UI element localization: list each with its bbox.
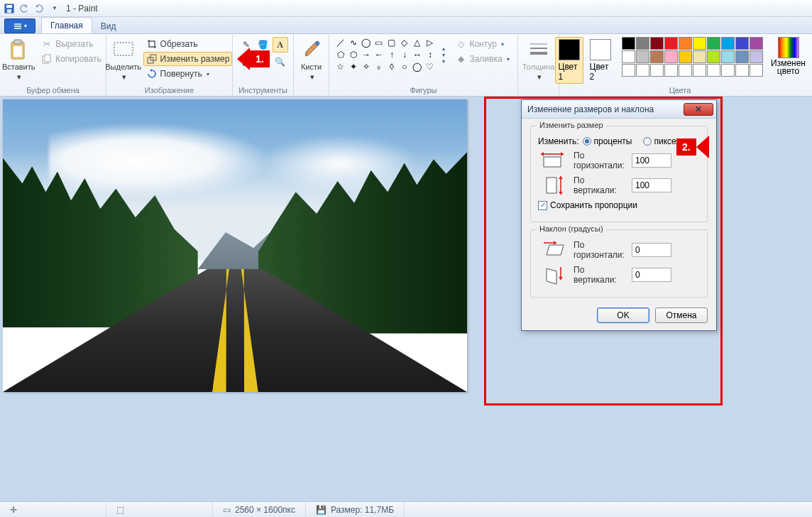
- color-palette[interactable]: [622, 37, 763, 77]
- dimensions-icon: ▭: [223, 505, 231, 515]
- shapes-expand-icon[interactable]: ▾: [442, 58, 445, 65]
- window-title: 1 - Paint: [66, 4, 98, 13]
- edit-colors-button[interactable]: Изменен цвето: [772, 37, 806, 75]
- ribbon-tabs: ▾ Главная Вид: [0, 17, 812, 34]
- text-tool[interactable]: A: [273, 37, 288, 53]
- color-swatch[interactable]: [622, 37, 635, 50]
- close-icon: ✕: [695, 104, 702, 114]
- brushes-button[interactable]: Кисти▾: [295, 37, 329, 82]
- resize-button[interactable]: Изменить размер: [143, 52, 233, 66]
- resize-horiz-input[interactable]: [632, 153, 671, 168]
- crop-button[interactable]: Обрезать: [143, 37, 233, 51]
- color2-swatch: [590, 39, 611, 60]
- ok-button[interactable]: OK: [597, 308, 649, 323]
- color-swatch[interactable]: [679, 37, 692, 50]
- color-swatch[interactable]: [650, 64, 664, 77]
- shape-outline-button[interactable]: ◇Контур▾: [452, 37, 512, 51]
- color-swatch[interactable]: [664, 50, 678, 63]
- canvas-image: [3, 99, 467, 392]
- skew-horiz-input[interactable]: [632, 243, 671, 257]
- undo-icon[interactable]: [18, 2, 31, 15]
- file-tab[interactable]: ▾: [4, 18, 35, 33]
- dialog-titlebar[interactable]: Изменение размеров и наклона ✕: [522, 100, 716, 119]
- color-swatch[interactable]: [636, 50, 649, 63]
- canvas[interactable]: [3, 99, 467, 392]
- paste-button[interactable]: Вставить▾: [1, 37, 35, 82]
- resize-icon: [146, 53, 158, 65]
- group-clipboard: Вставить▾ ✂Вырезать Копировать Буфер обм…: [0, 34, 106, 96]
- group-brushes: Кисти▾: [294, 34, 329, 96]
- color-swatch[interactable]: [735, 64, 749, 77]
- color-swatch[interactable]: [679, 64, 692, 77]
- tab-view[interactable]: Вид: [92, 18, 125, 33]
- color-swatch[interactable]: [707, 37, 720, 50]
- zoom-tool[interactable]: 🔍: [273, 54, 288, 70]
- redo-icon[interactable]: [33, 2, 45, 15]
- color-swatch[interactable]: [636, 64, 649, 77]
- color-swatch[interactable]: [735, 37, 749, 50]
- color-swatch[interactable]: [693, 50, 706, 63]
- cancel-button[interactable]: Отмена: [655, 308, 708, 323]
- color-swatch[interactable]: [636, 37, 649, 50]
- color-swatch[interactable]: [750, 50, 763, 63]
- disk-icon: 💾: [316, 505, 327, 515]
- rotate-button[interactable]: Повернуть▾: [143, 67, 233, 81]
- keep-aspect-checkbox[interactable]: Сохранить пропорции: [538, 200, 637, 210]
- clipboard-icon: [7, 38, 30, 61]
- qat-dropdown-icon[interactable]: ▼: [48, 2, 60, 15]
- color-swatch[interactable]: [650, 50, 664, 63]
- color-swatch[interactable]: [664, 64, 678, 77]
- resize-dialog: Изменение размеров и наклона ✕ Изменить …: [521, 99, 717, 331]
- color-swatch[interactable]: [650, 37, 664, 50]
- radio-percent[interactable]: проценты: [583, 136, 632, 146]
- shapes-scroll-up-icon[interactable]: ▴: [442, 45, 445, 52]
- color-swatch[interactable]: [622, 64, 635, 77]
- color-swatch[interactable]: [735, 50, 749, 63]
- skew-legend: Наклон (градусы): [537, 224, 606, 233]
- select-button[interactable]: Выделить▾: [106, 37, 141, 82]
- color2-button[interactable]: Цвет 2: [586, 37, 615, 84]
- shape-fill-button[interactable]: ◆Заливка▾: [452, 52, 512, 66]
- shapes-scroll-down-icon[interactable]: ▾: [442, 52, 445, 58]
- weight-button[interactable]: Толщина▾: [522, 37, 556, 82]
- group-weight: Толщина▾: [518, 34, 559, 96]
- save-icon[interactable]: [3, 2, 16, 15]
- group-label: Изображение: [111, 86, 228, 96]
- resize-horiz-icon: [538, 151, 569, 170]
- resize-vert-input[interactable]: [632, 178, 671, 192]
- by-label: Изменить:: [538, 136, 578, 146]
- tab-home[interactable]: Главная: [41, 17, 92, 33]
- color-swatch[interactable]: [693, 37, 706, 50]
- color-swatch[interactable]: [721, 37, 735, 50]
- weight-icon: [527, 38, 550, 61]
- dialog-title: Изменение размеров и наклона: [527, 104, 654, 114]
- color-swatch[interactable]: [693, 64, 706, 77]
- ribbon: Вставить▾ ✂Вырезать Копировать Буфер обм…: [0, 34, 812, 97]
- magnifier-icon: 🔍: [275, 57, 285, 67]
- color-swatch[interactable]: [750, 37, 763, 50]
- color-swatch[interactable]: [721, 64, 735, 77]
- color-swatch[interactable]: [679, 50, 692, 63]
- crop-icon: [146, 38, 158, 50]
- svg-rect-2: [7, 9, 11, 13]
- skew-vert-input[interactable]: [632, 268, 671, 282]
- color-swatch[interactable]: [707, 64, 720, 77]
- radio-on-icon: [583, 137, 591, 146]
- status-dimensions: ▭2560 × 1600пкс: [213, 502, 306, 517]
- color1-button[interactable]: Цвет 1: [555, 37, 583, 84]
- skew-vert-icon: [538, 264, 569, 285]
- color1-swatch: [559, 39, 580, 60]
- text-icon: A: [277, 40, 283, 50]
- cut-button[interactable]: ✂Вырезать: [38, 37, 104, 51]
- color-swatch[interactable]: [622, 50, 635, 63]
- status-bar: ✛ ⬚ ▭2560 × 1600пкс 💾Размер: 11,7МБ: [0, 501, 812, 517]
- color-swatch[interactable]: [750, 64, 763, 77]
- color-swatch[interactable]: [721, 50, 735, 63]
- group-colors: Цвет 1 Цвет 2 Изменен цвето Цвета: [559, 34, 801, 96]
- dialog-close-button[interactable]: ✕: [684, 103, 713, 116]
- color-swatch[interactable]: [664, 37, 678, 50]
- copy-button[interactable]: Копировать: [38, 52, 104, 66]
- color-swatch[interactable]: [707, 50, 720, 63]
- rainbow-icon: [778, 37, 799, 58]
- shapes-gallery[interactable]: ／∿◯▭▢◇△▷ ⬠⬡→←↑↓↔↕ ☆✦✧⬨◊○◯♡: [334, 37, 436, 72]
